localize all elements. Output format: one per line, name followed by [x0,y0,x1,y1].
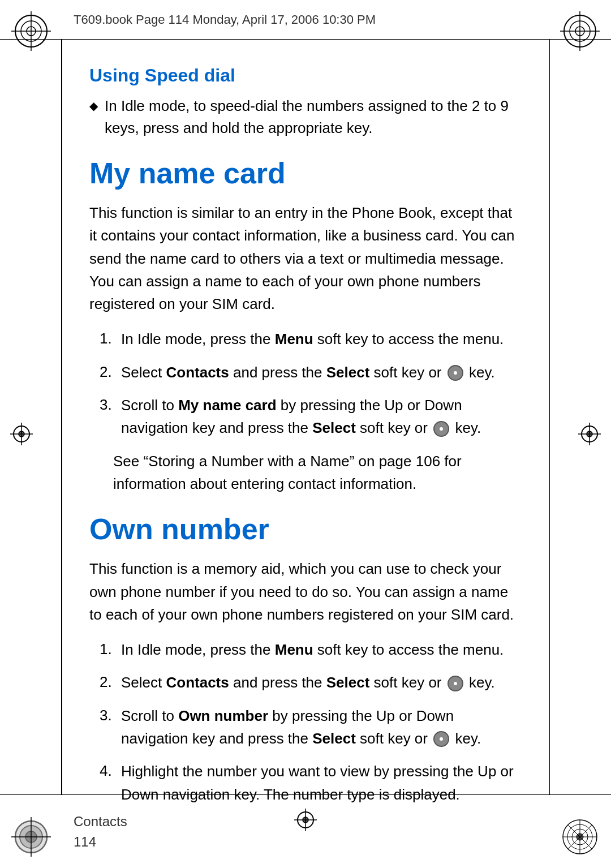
speed-dial-bullet-text: In Idle mode, to speed-dial the numbers … [105,95,522,139]
own-number-steps: 1. In Idle mode, press the Menu soft key… [100,638,522,806]
top-bar: T609.book Page 114 Monday, April 17, 200… [0,0,611,40]
select-bold: Select [326,674,370,691]
key-icon [448,676,463,691]
left-rule [61,40,62,794]
corner-mark-br [560,817,600,857]
step-num: 4. [100,760,121,782]
step-text: In Idle mode, press the Menu soft key to… [121,638,522,661]
step-text: Select Contacts and press the Select sof… [121,671,522,694]
select-bold: Select [312,730,356,747]
own-number-step-4: 4. Highlight the number you want to view… [100,760,522,806]
select-bold: Select [312,419,356,436]
own-number-body: This function is a memory aid, which you… [89,557,522,626]
own-number-step-1: 1. In Idle mode, press the Menu soft key… [100,638,522,661]
step-text: Scroll to My name card by pressing the U… [121,394,522,440]
my-name-card-step-1: 1. In Idle mode, press the Menu soft key… [100,328,522,350]
contacts-bold: Contacts [166,674,229,691]
right-rule [549,40,550,794]
my-name-card-note: See “Storing a Number with a Name” on pa… [113,450,522,496]
contacts-bold: Contacts [166,364,229,381]
speed-dial-bullet: ◆ In Idle mode, to speed-dial the number… [89,95,522,139]
my-name-card-steps: 1. In Idle mode, press the Menu soft key… [100,328,522,439]
bullet-diamond-icon: ◆ [89,97,98,114]
key-icon [433,731,449,747]
own-number-section: Own number This function is a memory aid… [89,512,522,806]
speed-dial-section: Using Speed dial ◆ In Idle mode, to spee… [89,65,522,139]
header-text: T609.book Page 114 Monday, April 17, 200… [74,12,376,27]
corner-mark-bl [11,817,51,857]
step-text: Scroll to Own number by pressing the Up … [121,704,522,750]
step-num: 2. [100,361,121,383]
step-num: 3. [100,394,121,416]
my-name-card-section: My name card This function is similar to… [89,156,522,495]
step-num: 2. [100,671,121,693]
own-number-bold: Own number [178,707,268,724]
speed-dial-heading: Using Speed dial [89,65,522,86]
menu-bold: Menu [275,641,313,658]
step-text: Select Contacts and press the Select sof… [121,361,522,384]
step-text: Highlight the number you want to view by… [121,760,522,806]
my-name-card-heading: My name card [89,156,522,190]
side-mark-left [10,423,33,445]
step-num: 3. [100,704,121,727]
side-mark-right [578,423,601,445]
my-name-card-bold: My name card [178,397,276,414]
select-bold: Select [326,364,370,381]
own-number-step-2: 2. Select Contacts and press the Select … [100,671,522,694]
own-number-heading: Own number [89,512,522,546]
footer-page-number: 114 [74,832,611,852]
my-name-card-body: This function is similar to an entry in … [89,201,522,315]
step-num: 1. [100,638,121,660]
footer-contacts: Contacts [74,811,611,832]
own-number-step-3: 3. Scroll to Own number by pressing the … [100,704,522,750]
main-content: Using Speed dial ◆ In Idle mode, to spee… [78,48,533,786]
step-text: In Idle mode, press the Menu soft key to… [121,328,522,350]
corner-mark-tr [560,11,600,51]
key-icon [433,421,449,437]
step-num: 1. [100,328,121,350]
my-name-card-step-2: 2. Select Contacts and press the Select … [100,361,522,384]
bottom-center-mark [294,809,317,831]
my-name-card-step-3: 3. Scroll to My name card by pressing th… [100,394,522,440]
corner-mark-tl [11,11,51,51]
key-icon [448,365,463,381]
menu-bold: Menu [275,330,313,347]
page: T609.book Page 114 Monday, April 17, 200… [0,0,611,868]
